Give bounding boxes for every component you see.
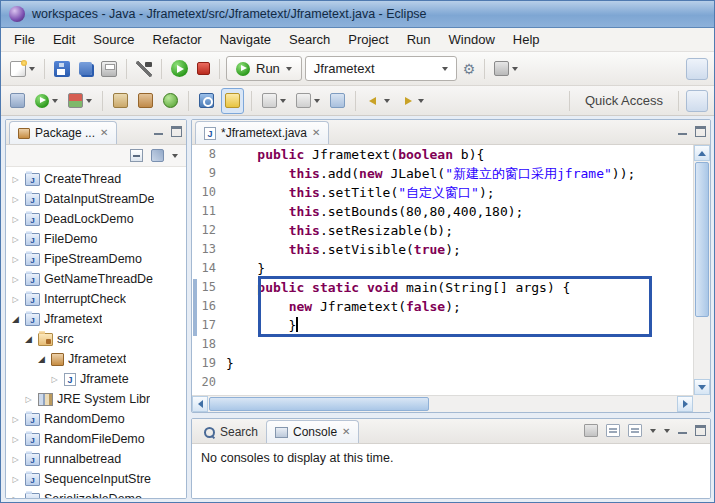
line-number[interactable]: 16 (200, 297, 226, 316)
code-line-10[interactable]: 10 this.setTitle("自定义窗口"); (192, 183, 693, 202)
prev-annotation-button[interactable] (293, 88, 323, 114)
line-number[interactable]: 17 (200, 316, 226, 335)
print-button[interactable] (98, 56, 120, 82)
code-line-20[interactable]: 20 (192, 373, 693, 392)
tab-search[interactable]: Search (195, 420, 266, 443)
open-console-icon[interactable] (628, 424, 642, 437)
scroll-down-button[interactable] (694, 379, 710, 395)
view-menu-icon[interactable] (172, 154, 178, 158)
horizontal-scrollbar[interactable] (192, 395, 693, 412)
collapse-arrow-icon[interactable]: ◢ (10, 314, 21, 324)
pin-console-icon[interactable] (584, 424, 598, 437)
menu-item-help[interactable]: Help (504, 28, 549, 51)
new-button[interactable] (7, 56, 38, 82)
launch-config-combo[interactable]: Jframetext (305, 56, 457, 81)
line-number[interactable]: 14 (200, 259, 226, 278)
line-number[interactable]: 15 (200, 278, 226, 297)
close-icon[interactable]: ✕ (100, 128, 108, 138)
collapse-arrow-icon[interactable]: ◢ (23, 334, 34, 344)
menu-item-source[interactable]: Source (84, 28, 143, 51)
maximize-icon[interactable] (695, 126, 706, 137)
tree-item-jframetext[interactable]: ◢JJframetext (6, 309, 186, 329)
expand-arrow-icon[interactable]: ▷ (10, 495, 21, 499)
display-selected-console-icon[interactable] (606, 424, 620, 437)
vertical-scrollbar-thumb[interactable] (695, 162, 709, 317)
menu-item-file[interactable]: File (5, 28, 44, 51)
expand-arrow-icon[interactable]: ▷ (10, 255, 21, 264)
expand-arrow-icon[interactable]: ▷ (10, 275, 21, 284)
launch-toolbar-button[interactable] (7, 88, 28, 114)
code-line-19[interactable]: 19} (192, 354, 693, 373)
save-all-button[interactable] (76, 56, 95, 82)
expand-arrow-icon[interactable]: ▷ (49, 375, 60, 384)
back-button[interactable] (363, 88, 393, 114)
expand-arrow-icon[interactable]: ▷ (23, 395, 34, 404)
tree-item-fipestreamdemo[interactable]: ▷JFipeStreamDemo (6, 249, 186, 269)
tree-item-jframete[interactable]: ▷JJframete (6, 369, 186, 389)
code-line-15[interactable]: 15 public static void main(String[] args… (192, 278, 693, 297)
tree-item-deadlockdemo[interactable]: ▷JDeadLockDemo (6, 209, 186, 229)
minimize-icon[interactable] (153, 126, 164, 137)
last-edit-location-button[interactable] (327, 88, 348, 114)
horizontal-scrollbar-thumb[interactable] (209, 397, 429, 411)
menu-item-window[interactable]: Window (440, 28, 504, 51)
run-last-button[interactable] (168, 56, 191, 82)
tree-item-jre-system-libr[interactable]: ▷JRE System Libr (6, 389, 186, 409)
line-number[interactable]: 9 (200, 164, 226, 183)
code-line-14[interactable]: 14 } (192, 259, 693, 278)
expand-arrow-icon[interactable]: ▷ (10, 295, 21, 304)
line-number[interactable]: 13 (200, 240, 226, 259)
forward-button[interactable] (397, 88, 427, 114)
line-number[interactable]: 8 (200, 145, 226, 164)
menu-item-refactor[interactable]: Refactor (144, 28, 211, 51)
save-button[interactable] (51, 56, 73, 82)
open-perspective-button[interactable] (686, 58, 708, 80)
expand-arrow-icon[interactable]: ▷ (10, 235, 21, 244)
code-line-9[interactable]: 9 this.add(new JLabel("新建立的窗口采用jframe"))… (192, 164, 693, 183)
tree-item-interruptcheck[interactable]: ▷JInterruptCheck (6, 289, 186, 309)
expand-arrow-icon[interactable]: ▷ (10, 195, 21, 204)
java-perspective-button[interactable] (686, 90, 708, 112)
code-line-17[interactable]: 17 } (192, 316, 693, 335)
link-with-editor-icon[interactable] (151, 149, 164, 162)
code-line-13[interactable]: 13 this.setVisible(true); (192, 240, 693, 259)
code-editor[interactable]: 8 public Jframetext(boolean b){9 this.ad… (192, 145, 710, 412)
line-number[interactable]: 19 (200, 354, 226, 373)
menu-item-edit[interactable]: Edit (44, 28, 84, 51)
line-number[interactable]: 10 (200, 183, 226, 202)
code-line-16[interactable]: 16 new Jframetext(false); (192, 297, 693, 316)
next-annotation-button[interactable] (259, 88, 289, 114)
minimize-icon[interactable] (677, 126, 688, 137)
open-search-button[interactable] (196, 88, 217, 114)
menu-item-project[interactable]: Project (339, 28, 397, 51)
quick-access-button[interactable]: Quick Access (577, 93, 671, 108)
tab-jframetext-java[interactable]: J *Jframetext.java ✕ (195, 121, 329, 144)
expand-arrow-icon[interactable]: ▷ (10, 415, 21, 424)
expand-arrow-icon[interactable]: ▷ (10, 475, 21, 484)
tree-item-src[interactable]: ◢src (6, 329, 186, 349)
code-line-18[interactable]: 18 (192, 335, 693, 354)
stop-button[interactable] (194, 56, 213, 82)
scroll-left-button[interactable] (192, 396, 208, 412)
line-number[interactable]: 12 (200, 221, 226, 240)
external-tools-button[interactable] (491, 56, 521, 82)
new-package-button[interactable] (135, 88, 156, 114)
tree-item-filedemo[interactable]: ▷JFileDemo (6, 229, 186, 249)
coverage-button[interactable] (65, 88, 95, 114)
tree-item-sequenceinputstre[interactable]: ▷JSequenceInputStre (6, 469, 186, 489)
tree-item-randomfiledemo[interactable]: ▷JRandomFileDemo (6, 429, 186, 449)
expand-arrow-icon[interactable]: ▷ (10, 215, 21, 224)
new-java-project-button[interactable] (110, 88, 131, 114)
minimize-icon[interactable] (677, 425, 688, 436)
run-small-button[interactable] (32, 88, 61, 114)
tree-item-runnalbetread[interactable]: ▷Jrunnalbetread (6, 449, 186, 469)
menu-item-search[interactable]: Search (280, 28, 339, 51)
dropdown-arrow-icon[interactable] (650, 429, 656, 433)
title-bar[interactable]: workspaces - Java - Jframetext/src/Jfram… (1, 1, 714, 28)
tab-package-explorer[interactable]: Package ... ✕ (9, 121, 117, 144)
line-number[interactable]: 11 (200, 202, 226, 221)
maximize-icon[interactable] (171, 126, 182, 137)
line-number[interactable]: 18 (200, 335, 226, 354)
code-line-12[interactable]: 12 this.setResizable(b); (192, 221, 693, 240)
close-icon[interactable]: ✕ (342, 427, 350, 437)
